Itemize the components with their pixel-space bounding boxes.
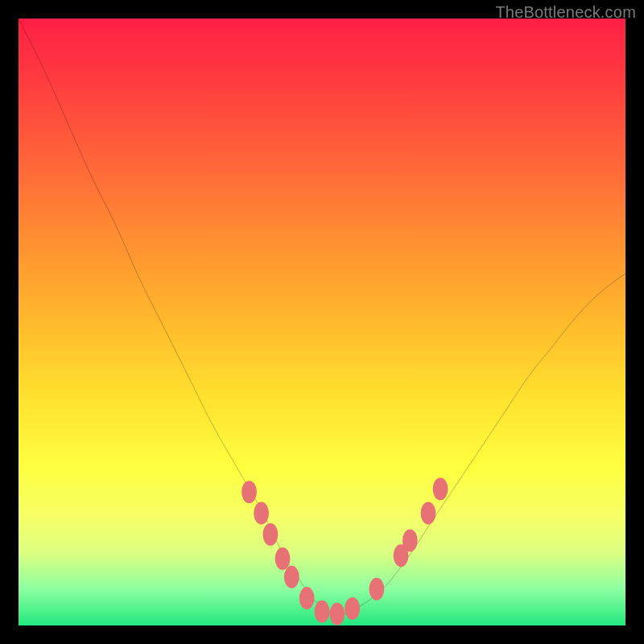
curve-marker [331,605,343,624]
curve-marker [316,602,328,621]
chart-frame: TheBottleneck.com [0,0,644,644]
bottleneck-curve [19,19,625,614]
curve-marker [434,479,446,498]
curve-marker [346,599,358,618]
curve-marker [422,503,434,522]
chart-plot-area [19,19,625,625]
curve-marker [264,525,276,544]
curve-marker [255,503,267,522]
curve-marker [286,568,298,587]
curve-marker [276,549,288,568]
curve-marker [370,580,382,599]
curve-marker [301,588,313,608]
curve-marker [404,530,416,550]
curve-markers [243,479,447,623]
curve-svg [19,19,625,625]
curve-marker [243,482,255,502]
